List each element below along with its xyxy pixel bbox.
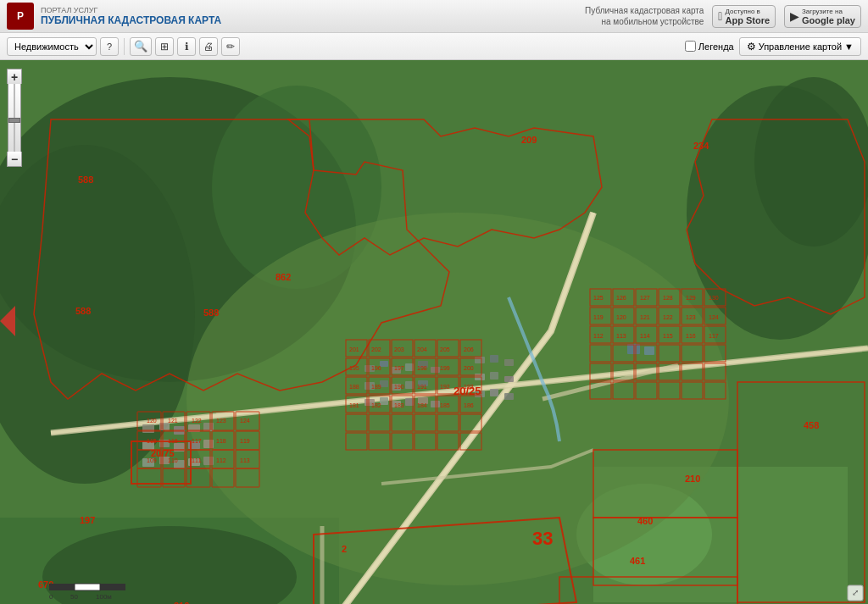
svg-text:205: 205 [440,346,450,352]
help-button[interactable]: ? [100,37,119,56]
svg-point-12 [754,77,868,247]
svg-text:124: 124 [240,418,250,424]
svg-text:111: 111 [192,457,202,463]
map-title[interactable]: ПУБЛИЧНАЯ КАДАСТРОВАЯ КАРТА [41,14,221,26]
portal-icon: Р [7,3,34,30]
svg-text:110: 110 [168,457,178,463]
manage-label: Управление картой [759,42,842,52]
svg-text:116: 116 [686,333,696,339]
svg-text:188: 188 [349,384,359,390]
svg-text:206: 206 [464,346,474,352]
header: Р ПОРТАЛ УСЛУГ ПУБЛИЧНАЯ КАДАСТРОВАЯ КАР… [0,0,868,33]
appstore-name: App Store [725,15,770,25]
googleplay-button[interactable]: ▶ Загрузите на Google play [784,5,861,28]
svg-text:196: 196 [371,365,381,371]
svg-text:197: 197 [394,365,404,371]
portal-label: ПОРТАЛ УСЛУГ [41,6,221,14]
zoom-out-button[interactable]: − [7,152,22,167]
svg-text:33: 33 [532,528,553,549]
svg-text:122: 122 [192,418,202,424]
svg-text:124: 124 [709,314,719,320]
svg-text:120: 120 [616,314,626,320]
appstore-label-group: Доступно в App Store [725,8,770,25]
svg-text:184: 184 [417,402,427,408]
zoom-in-button[interactable]: + [7,69,22,84]
svg-text:⤢: ⤢ [852,588,859,597]
svg-text:461: 461 [630,556,645,566]
svg-text:123: 123 [216,418,226,424]
zoom-controls: + − [7,69,22,167]
svg-text:192: 192 [440,384,450,390]
svg-text:Р: Р [17,10,24,22]
svg-rect-228 [49,584,75,590]
cadastral-map[interactable]: 120 121 122 123 124 115 116 117 118 119 … [0,60,868,604]
svg-text:120: 120 [147,418,157,424]
svg-text:128: 128 [663,295,673,301]
apple-icon:  [718,9,722,23]
manage-arrow-icon: ▼ [844,42,854,52]
svg-rect-35 [475,357,485,363]
svg-text:183: 183 [394,402,404,408]
svg-text:121: 121 [640,314,650,320]
zoom-thumb[interactable] [8,118,20,123]
svg-text:117: 117 [192,438,202,444]
svg-rect-36 [490,355,498,363]
svg-text:200: 200 [464,365,474,371]
mobile-promo-text: Публичная кадастровая карта на мобильном… [585,5,704,27]
svg-text:203: 203 [394,346,404,352]
property-type-select[interactable]: Недвижимость [7,37,97,56]
svg-text:588: 588 [78,175,93,185]
svg-text:130: 130 [709,295,719,301]
map-container[interactable]: 120 121 122 123 124 115 116 117 118 119 … [0,60,868,604]
svg-rect-229 [75,584,100,590]
svg-text:119: 119 [593,314,604,320]
legend-checkbox-label[interactable]: Легенда [685,41,734,52]
print-button[interactable]: 🖨 [199,37,218,56]
manage-map-button[interactable]: ⚙ Управление картой ▼ [739,37,861,56]
appstore-button[interactable]:  Доступно в App Store [712,5,776,28]
svg-text:210: 210 [685,474,700,484]
svg-text:458: 458 [804,420,819,430]
svg-text:201: 201 [349,346,359,352]
svg-text:113: 113 [616,333,626,339]
toolbar: Недвижимость ? 🔍 ⊞ ℹ 🖨 ✏ Легенда ⚙ Управ… [0,33,868,60]
legend-label: Легенда [698,42,734,52]
zoom-slider[interactable] [8,84,21,152]
svg-text:209: 209 [521,135,537,145]
svg-text:121: 121 [168,418,178,424]
header-right: Публичная кадастровая карта на мобильном… [585,5,868,28]
svg-text:50: 50 [70,593,78,601]
svg-text:199: 199 [440,365,450,371]
svg-text:204: 204 [417,346,427,352]
svg-rect-40 [504,376,514,382]
svg-text:116: 116 [168,438,178,444]
svg-text:119: 119 [240,438,250,444]
svg-rect-39 [490,372,498,380]
svg-text:216: 216 [174,601,189,604]
svg-text:189: 189 [371,384,381,390]
svg-text:20/75: 20/75 [151,448,175,458]
svg-text:114: 114 [640,333,650,339]
svg-text:112: 112 [216,457,226,463]
svg-text:129: 129 [686,295,696,301]
info-button[interactable]: ℹ [177,37,196,56]
mobile-promo: Публичная кадастровая карта на мобильном… [585,5,704,27]
edit-button[interactable]: ✏ [221,37,240,56]
googleplay-prefix: Загрузите на [802,8,855,15]
appstore-prefix: Доступно в [725,8,770,15]
svg-text:2: 2 [342,544,347,554]
toolbar-right: Легенда ⚙ Управление картой ▼ [685,37,861,56]
separator-1 [124,38,125,55]
svg-text:117: 117 [709,333,719,339]
svg-text:198: 198 [417,365,427,371]
svg-rect-60 [644,346,654,355]
svg-rect-230 [100,584,125,590]
svg-text:127: 127 [640,295,650,301]
svg-text:181: 181 [349,402,359,408]
legend-checkbox[interactable] [685,41,696,52]
search-button[interactable]: 🔍 [130,37,152,56]
layers-button[interactable]: ⊞ [155,37,174,56]
svg-text:185: 185 [440,402,450,408]
manage-icon: ⚙ [747,41,756,53]
svg-text:182: 182 [371,402,381,408]
